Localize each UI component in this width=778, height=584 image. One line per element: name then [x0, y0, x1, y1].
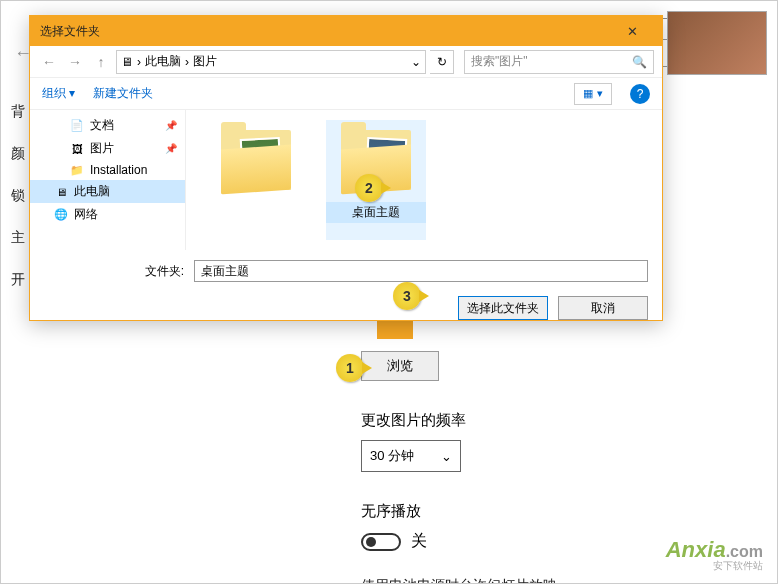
- pin-icon: 📌: [165, 120, 177, 131]
- tree-label: 网络: [74, 206, 98, 223]
- folder-icon: 🖼: [70, 142, 84, 156]
- select-folder-button[interactable]: 选择此文件夹: [458, 296, 548, 320]
- tree-item-pics[interactable]: 🖼 图片 📌: [30, 137, 185, 160]
- search-placeholder: 搜索"图片": [471, 53, 528, 70]
- shuffle-toggle[interactable]: [361, 533, 401, 551]
- folder-icon: 📄: [70, 119, 84, 133]
- breadcrumb-sep: ›: [137, 55, 141, 69]
- nav-up-icon[interactable]: ↑: [90, 51, 112, 73]
- tree-item-install[interactable]: 📁 Installation: [30, 160, 185, 180]
- folder-icon: 📁: [70, 163, 84, 177]
- watermark-domain: .com: [726, 543, 763, 560]
- search-icon: 🔍: [632, 55, 647, 69]
- new-folder-button[interactable]: 新建文件夹: [93, 85, 153, 102]
- pc-icon: 🖥: [121, 55, 133, 69]
- annotation-1: 1: [336, 354, 364, 382]
- dialog-address-row: ← → ↑ 🖥 › 此电脑 › 图片 ⌄ ↻ 搜索"图片" 🔍: [30, 46, 662, 78]
- dialog-title: 选择文件夹: [40, 23, 612, 40]
- tree-item-docs[interactable]: 📄 文档 📌: [30, 114, 185, 137]
- refresh-button[interactable]: ↻: [430, 50, 454, 74]
- tree-label: 文档: [90, 117, 114, 134]
- frequency-value: 30 分钟: [370, 447, 414, 465]
- folder-content: 桌面主题: [186, 110, 662, 250]
- watermark: Anxia.com 安下软件站: [666, 537, 763, 573]
- tree-item-network[interactable]: 🌐 网络: [30, 203, 185, 226]
- address-bar[interactable]: 🖥 › 此电脑 › 图片 ⌄: [116, 50, 426, 74]
- folder-thumb: [211, 120, 301, 200]
- pc-icon: 🖥: [54, 185, 68, 199]
- folder-name: [206, 202, 306, 206]
- tree-label: Installation: [90, 163, 147, 177]
- folder-item[interactable]: [206, 120, 306, 240]
- folder-search-input[interactable]: 搜索"图片" 🔍: [464, 50, 654, 74]
- frequency-label: 更改图片的频率: [361, 411, 757, 430]
- organize-menu[interactable]: 组织 ▾: [42, 85, 75, 102]
- folder-name: 桌面主题: [326, 202, 426, 223]
- nav-back-icon[interactable]: ←: [38, 51, 60, 73]
- tree-label: 图片: [90, 140, 114, 157]
- breadcrumb-folder[interactable]: 图片: [193, 53, 217, 70]
- nav-forward-icon: →: [64, 51, 86, 73]
- annotation-3: 3: [393, 282, 421, 310]
- dialog-toolbar: 组织 ▾ 新建文件夹 ▦ ▾ ?: [30, 78, 662, 110]
- frequency-select[interactable]: 30 分钟 ⌄: [361, 440, 461, 472]
- help-button[interactable]: ?: [630, 84, 650, 104]
- background-preview: [667, 11, 767, 75]
- folder-tree: 📄 文档 📌 🖼 图片 📌 📁 Installation 🖥 此电脑 🌐 网络: [30, 110, 186, 250]
- network-icon: 🌐: [54, 208, 68, 222]
- folder-picker-dialog: 选择文件夹 ✕ ← → ↑ 🖥 › 此电脑 › 图片 ⌄ ↻ 搜索"图片" 🔍 …: [29, 15, 663, 321]
- pin-icon: 📌: [165, 143, 177, 154]
- browse-button[interactable]: 浏览: [361, 351, 439, 381]
- chevron-down-icon: ⌄: [441, 449, 452, 464]
- dialog-body: 📄 文档 📌 🖼 图片 📌 📁 Installation 🖥 此电脑 🌐 网络: [30, 110, 662, 250]
- dialog-close-button[interactable]: ✕: [612, 16, 652, 46]
- breadcrumb-sep: ›: [185, 55, 189, 69]
- cancel-button[interactable]: 取消: [558, 296, 648, 320]
- tree-item-thispc[interactable]: 🖥 此电脑: [30, 180, 185, 203]
- view-mode-button[interactable]: ▦ ▾: [574, 83, 612, 105]
- battery-slideshow-label: 使用电池电源时允许幻灯片放映: [361, 577, 757, 584]
- shuffle-state: 关: [411, 531, 427, 552]
- tree-label: 此电脑: [74, 183, 110, 200]
- file-field-label: 文件夹:: [44, 263, 184, 280]
- dialog-titlebar: 选择文件夹 ✕: [30, 16, 662, 46]
- breadcrumb-pc[interactable]: 此电脑: [145, 53, 181, 70]
- annotation-2: 2: [355, 174, 383, 202]
- folder-name-input[interactable]: [194, 260, 648, 282]
- shuffle-label: 无序播放: [361, 502, 757, 521]
- dialog-footer: 文件夹: 选择此文件夹 取消: [30, 250, 662, 330]
- chevron-down-icon[interactable]: ⌄: [411, 55, 421, 69]
